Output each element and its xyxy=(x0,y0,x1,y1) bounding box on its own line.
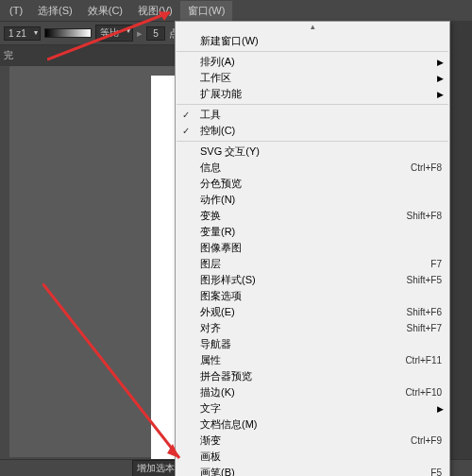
menu-item-label: 外观(E) xyxy=(200,305,235,319)
menu-item-label: 控制(C) xyxy=(200,124,235,138)
menu-item[interactable]: 动作(N) xyxy=(176,192,449,208)
menu-item[interactable]: 图层F7 xyxy=(176,256,449,272)
chevron-right-icon: ▶ xyxy=(437,74,444,83)
menu-item-label: 图像摹图 xyxy=(200,241,242,255)
zoom-dropdown[interactable]: 1 z1 xyxy=(4,26,41,41)
stroke-slider[interactable] xyxy=(44,28,92,38)
menu-shortcut: Ctrl+F8 xyxy=(411,162,442,173)
menu-item-label: 工作区 xyxy=(200,71,231,85)
chevron-right-icon: ▶ xyxy=(437,90,444,99)
menu-item-label: 描边(K) xyxy=(200,385,235,400)
menu-item-label: SVG 交互(Y) xyxy=(200,144,260,159)
menu-separator xyxy=(177,141,448,142)
menu-item-label: 图案选项 xyxy=(200,289,242,303)
menu-shortcut: Shift+F8 xyxy=(406,211,442,221)
menu-shortcut: Ctrl+F9 xyxy=(411,435,442,446)
menu-item[interactable]: 信息Ctrl+F8 xyxy=(176,160,449,176)
menu-item[interactable]: 外观(E)Shift+F6 xyxy=(176,304,449,320)
menu-item[interactable]: 新建窗口(W) xyxy=(176,33,449,49)
menu-item-label: 扩展功能 xyxy=(200,87,242,101)
menu-item-label: 新建窗口(W) xyxy=(200,34,259,48)
menu-item[interactable]: 排列(A)▶ xyxy=(176,54,449,70)
menu-item[interactable]: 拼合器预览 xyxy=(176,368,449,384)
check-icon: ✓ xyxy=(182,110,190,120)
menu-item[interactable]: 扩展功能▶ xyxy=(176,86,449,102)
menu-item[interactable]: 渐变Ctrl+F9 xyxy=(176,433,449,449)
menu-item-label: 对齐 xyxy=(200,321,221,335)
menu-item-label: 画板 xyxy=(200,450,221,464)
menu-separator xyxy=(177,51,448,52)
menu-item[interactable]: SVG 交互(Y) xyxy=(176,144,449,160)
menu-shortcut: F7 xyxy=(430,259,442,269)
menu-item[interactable]: 图像摹图 xyxy=(176,240,449,256)
menu-item[interactable]: 画笔(B)F5 xyxy=(176,465,449,476)
menu-item-label: 图层 xyxy=(200,257,221,271)
tab[interactable]: 完 xyxy=(4,49,13,62)
menu-item[interactable]: 描边(K)Ctrl+F10 xyxy=(176,384,449,400)
menu-view[interactable]: 视图(V) xyxy=(130,1,180,21)
menu-item[interactable]: 变量(R) xyxy=(176,224,449,240)
menu-item[interactable]: ✓工具 xyxy=(176,107,449,123)
menu-shortcut: F5 xyxy=(430,468,442,476)
window-menu: ▴ 新建窗口(W)排列(A)▶工作区▶扩展功能▶✓工具✓控制(C)SVG 交互(… xyxy=(175,21,450,476)
menu-item[interactable]: 对齐Shift+F7 xyxy=(176,320,449,336)
menu-shortcut: Shift+F6 xyxy=(406,307,442,317)
menu-separator xyxy=(177,104,448,105)
menu-item-label: 动作(N) xyxy=(200,193,235,207)
menu-item[interactable]: ✓控制(C) xyxy=(176,123,449,139)
menu-item[interactable]: 图案选项 xyxy=(176,288,449,304)
chevron-right-icon: ▶ xyxy=(437,58,444,67)
menu-item-label: 拼合器预览 xyxy=(200,369,252,383)
menu-item-label: 文字 xyxy=(200,401,221,416)
menu-item-label: 画笔(B) xyxy=(200,466,235,476)
menu-item[interactable]: 分色预览 xyxy=(176,176,449,192)
menu-item[interactable]: 文档信息(M) xyxy=(176,416,449,433)
menu-item-label: 渐变 xyxy=(200,434,221,448)
menu-item[interactable]: 变换Shift+F8 xyxy=(176,208,449,224)
menu-window[interactable]: 窗口(W) xyxy=(180,1,233,21)
menu-shortcut: Shift+F5 xyxy=(406,275,442,285)
menu-item-label: 排列(A) xyxy=(200,55,235,69)
menu-item-label: 导航器 xyxy=(200,337,231,351)
menu-item-label: 属性 xyxy=(200,353,221,367)
menu-item[interactable]: 画板 xyxy=(176,449,449,465)
chevron-right-icon: ▶ xyxy=(437,404,444,414)
menu-item[interactable]: 导航器 xyxy=(176,336,449,352)
menu-item-label: 信息 xyxy=(200,161,221,175)
menu-t[interactable]: (T) xyxy=(2,2,30,19)
menu-item[interactable]: 图形样式(S)Shift+F5 xyxy=(176,272,449,288)
point-input[interactable]: 5 xyxy=(146,26,165,41)
style-dropdown[interactable]: 等比 xyxy=(95,25,133,42)
menu-item[interactable]: 属性Ctrl+F11 xyxy=(176,352,449,368)
menu-item[interactable]: 文字▶ xyxy=(176,400,449,416)
menu-item-label: 文档信息(M) xyxy=(200,417,258,432)
menubar: (T) 选择(S) 效果(C) 视图(V) 窗口(W) xyxy=(0,0,472,21)
menu-shortcut: Ctrl+F10 xyxy=(405,387,442,398)
check-icon: ✓ xyxy=(182,126,190,136)
menu-item-label: 变换 xyxy=(200,209,221,223)
menu-item-label: 图形样式(S) xyxy=(200,273,256,287)
menu-item-label: 分色预览 xyxy=(200,177,242,191)
menu-effect[interactable]: 效果(C) xyxy=(80,1,130,21)
menu-item-label: 工具 xyxy=(200,108,221,122)
menu-shortcut: Shift+F7 xyxy=(406,323,442,333)
menu-shortcut: Ctrl+F11 xyxy=(405,355,442,366)
menu-select[interactable]: 选择(S) xyxy=(30,1,80,21)
menu-scroll-up[interactable]: ▴ xyxy=(176,22,449,33)
menu-item[interactable]: 工作区▶ xyxy=(176,70,449,86)
menu-item-label: 变量(R) xyxy=(200,225,235,239)
